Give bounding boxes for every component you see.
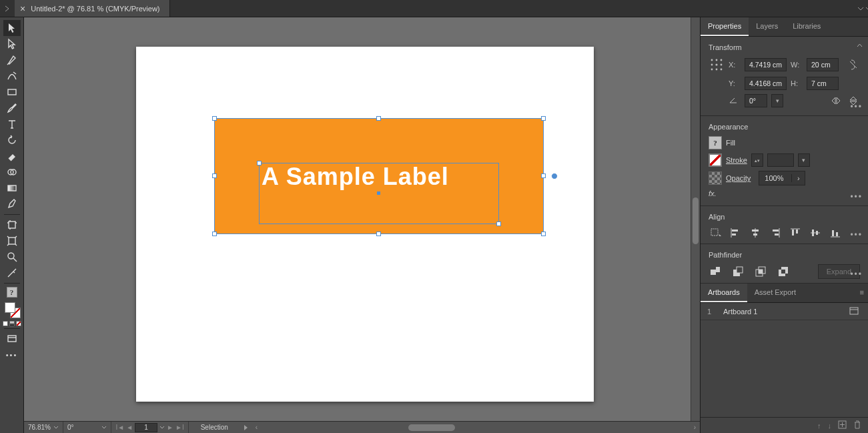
artboard-name[interactable]: Artboard 1 [723,308,849,316]
color-mode-row[interactable] [3,321,21,326]
selection-tool[interactable] [3,20,21,36]
type-tool[interactable] [3,116,21,132]
curvature-tool[interactable] [3,68,21,84]
fill-swatch[interactable]: ? [709,136,722,149]
appearance-more-icon[interactable]: ••• [850,192,863,201]
scroll-left-icon[interactable]: ‹ [252,424,262,431]
tab-artboards[interactable]: Artboards [701,284,747,302]
stroke-weight-input[interactable] [767,153,794,167]
gradient-tool[interactable] [3,180,21,196]
fill-indicator[interactable]: ? [3,286,21,299]
document-tab[interactable]: × Untitled-2* @ 76.81 % (CMYK/Preview) [15,0,170,17]
reference-point-icon[interactable] [709,57,725,73]
eraser-tool[interactable] [3,148,21,164]
move-down-icon[interactable]: ↓ [828,422,832,430]
prev-artboard-icon[interactable]: ◄ [126,424,133,431]
angle-dropdown[interactable]: ▾ [771,94,783,107]
free-transform-tool[interactable] [3,233,21,249]
next-artboard-icon[interactable]: ► [167,424,173,431]
vertical-scrollbar[interactable] [691,17,700,421]
new-artboard-icon[interactable] [838,420,847,430]
pen-tool[interactable] [3,52,21,68]
align-right-icon[interactable] [769,226,782,240]
workspace[interactable]: A Sample Label 76.81% 0° I◄ ◄ [24,17,700,433]
zoom-tool[interactable] [3,249,21,265]
x-input[interactable]: 4.7419 cm [745,58,787,71]
shape-builder-tool[interactable] [3,164,21,180]
svg-point-9 [716,59,718,61]
artboard-index-input[interactable] [135,423,157,432]
chevron-up-icon[interactable] [857,41,863,49]
fill-stroke-swatch[interactable] [3,301,21,318]
scroll-right-icon[interactable]: › [690,424,700,431]
svg-rect-0 [8,89,16,95]
align-to-dropdown[interactable] [709,226,722,240]
eyedropper-tool[interactable] [3,196,21,212]
svg-rect-29 [792,230,794,236]
panel-menu-icon[interactable]: ≡ [860,288,864,296]
transform-more-icon[interactable]: ••• [850,102,863,111]
rectangle-tool[interactable] [3,84,21,100]
h-input[interactable]: 7 cm [807,77,839,90]
rotate-view-field[interactable]: 0° [63,422,112,433]
opacity-label[interactable]: Opacity [726,174,751,182]
svg-rect-36 [836,232,838,236]
svg-rect-5 [9,238,15,244]
close-tab-icon[interactable]: × [20,4,25,13]
svg-point-6 [8,253,14,259]
first-artboard-icon[interactable]: I◄ [115,424,124,431]
zoom-field[interactable]: 76.81% [24,422,63,433]
align-section: Align ••• [701,206,868,244]
paintbrush-tool[interactable] [3,100,21,116]
rotate-tool[interactable] [3,132,21,148]
artboard-tool[interactable] [3,217,21,233]
stroke-weight-stepper[interactable]: ▴▾ [751,153,763,167]
fx-button[interactable]: fx. [709,189,717,197]
screen-mode[interactable] [3,331,21,347]
angle-input[interactable]: 0° [745,94,767,107]
pathfinder-more-icon[interactable]: ••• [850,270,863,279]
artboard-options-icon[interactable] [849,307,861,316]
artboard-row[interactable]: 1 Artboard 1 [701,303,868,320]
chevron-right-icon[interactable] [0,0,15,17]
hand-or-slice-tool[interactable] [3,265,21,281]
align-top-icon[interactable] [789,226,802,240]
toolbar: ? ••• [0,17,24,433]
artboard-list: 1 Artboard 1 [701,303,868,417]
stroke-label[interactable]: Stroke [726,156,747,164]
w-input[interactable]: 20 cm [807,58,839,71]
move-up-icon[interactable]: ↑ [817,422,821,430]
opacity-input[interactable]: 100% › [759,171,805,185]
svg-point-16 [721,69,723,71]
pf-exclude-icon[interactable] [777,265,790,278]
pf-minus-front-icon[interactable] [731,265,745,278]
svg-rect-4 [9,222,15,228]
tab-layers[interactable]: Layers [749,17,785,36]
svg-point-14 [711,69,713,71]
align-left-icon[interactable] [729,226,742,240]
pf-unite-icon[interactable] [709,265,722,278]
horizontal-scrollbar[interactable] [262,422,690,433]
flip-horizontal-icon[interactable] [829,94,843,107]
fill-label: Fill [726,139,735,147]
stroke-swatch[interactable] [709,153,722,167]
tab-asset-export[interactable]: Asset Export [747,284,803,302]
play-icon[interactable] [244,425,248,430]
align-vcenter-icon[interactable] [809,226,822,240]
delete-artboard-icon[interactable] [853,420,861,430]
y-input[interactable]: 4.4168 cm [745,77,787,90]
direct-selection-tool[interactable] [3,36,21,52]
tab-libraries[interactable]: Libraries [785,17,828,36]
pf-intersect-icon[interactable] [754,265,767,278]
artboard-index: 1 [707,308,723,316]
align-more-icon[interactable]: ••• [850,230,863,240]
edit-toolbar-icon[interactable]: ••• [6,351,18,359]
chevron-right-icon[interactable] [853,0,868,17]
stroke-weight-dropdown[interactable]: ▾ [798,153,810,167]
align-hcenter-icon[interactable] [749,226,762,240]
artboard-nav[interactable]: I◄ ◄ ► ►I [111,422,188,433]
align-bottom-icon[interactable] [829,226,842,240]
no-constrain-icon[interactable] [847,58,860,71]
tab-properties[interactable]: Properties [701,17,749,36]
last-artboard-icon[interactable]: ►I [175,424,184,431]
